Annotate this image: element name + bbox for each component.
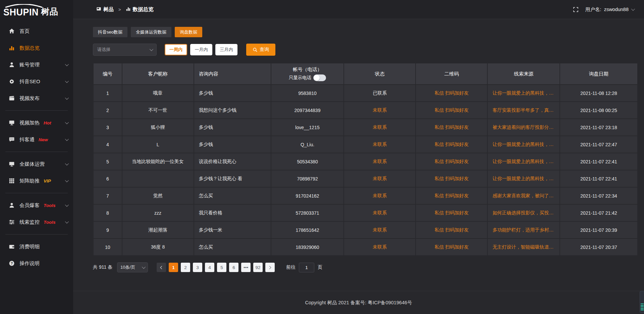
tab-douyin-seo-data[interactable]: 抖音seo数据 bbox=[93, 27, 127, 37]
goto-page-input[interactable] bbox=[299, 263, 314, 272]
more-pages-button[interactable]: ••• bbox=[241, 263, 251, 272]
page-button-6[interactable]: 6 bbox=[229, 263, 238, 272]
cell-qr[interactable]: 私信 扫码加好友 bbox=[416, 153, 487, 170]
page-button-92[interactable]: 92 bbox=[253, 263, 263, 272]
cell-nickname: 36度 8 bbox=[122, 239, 194, 255]
page-button-5[interactable]: 5 bbox=[217, 263, 226, 272]
sidebar-item-home[interactable]: 首页 bbox=[0, 23, 73, 40]
cell-account: 2097344839 bbox=[271, 102, 343, 118]
sidebar-item-consume-detail[interactable]: 消费明细 bbox=[0, 238, 73, 255]
chevron-down-icon bbox=[65, 120, 69, 124]
cell-date: 2021-11-07 22:34 bbox=[560, 188, 637, 204]
inquiry-table: 编号客户昵称咨询内容帐号（电话）只显示电话状态二维码线索来源询盘日期 1哦章多少… bbox=[93, 63, 638, 256]
cell-qr[interactable]: 私信 扫码加好友 bbox=[416, 239, 487, 255]
chevron-down-icon bbox=[65, 96, 69, 100]
cell-status: 未联系 bbox=[344, 136, 415, 153]
cell-nickname: zzz bbox=[122, 205, 194, 221]
phone-only-toggle[interactable] bbox=[313, 74, 326, 81]
cell-qr[interactable]: 私信 扫码加好友 bbox=[416, 85, 487, 101]
table-row: 9潮起潮落多少钱一米178651642未联系私信 扫码加好友多功能护栏灯，适用于… bbox=[94, 222, 637, 238]
user-menu[interactable]: 用户名: zswodun88 bbox=[585, 6, 634, 13]
sidebar-item-data-overview[interactable]: 数据总览 bbox=[0, 40, 73, 56]
cell-account: 50534380 bbox=[271, 153, 343, 170]
cell-source[interactable]: 感谢大家喜欢我家，被问了好... bbox=[488, 188, 559, 204]
cell-content: 怎么买 bbox=[194, 239, 271, 255]
sidebar-item-label: 账号管理 bbox=[19, 62, 40, 68]
chevron-down-icon bbox=[142, 265, 146, 269]
logo: SHUPIN 树品 bbox=[0, 0, 73, 19]
sidebar-item-account-manage[interactable]: 账号管理 bbox=[0, 56, 73, 73]
breadcrumb-item[interactable]: 数据总览 bbox=[126, 6, 154, 13]
page-size-select[interactable]: 10条/页 bbox=[117, 262, 148, 272]
table-row: 8zzz我只看价格572803371未联系私信 扫码加好友如何正确选择投影仪，买… bbox=[94, 205, 637, 221]
gear-icon bbox=[9, 78, 15, 85]
filter-select-placeholder: 请选择 bbox=[97, 47, 110, 53]
tab-inquiry-data[interactable]: 询盘数据 bbox=[175, 27, 202, 37]
cell-source[interactable]: 让你一眼就爱上的黑科技，能... bbox=[488, 170, 559, 187]
filter-select[interactable]: 请选择 bbox=[93, 44, 157, 56]
page-button-1[interactable]: 1 bbox=[169, 263, 178, 272]
sidebar-item-member-baoke[interactable]: 会员爆客Tools bbox=[0, 197, 73, 214]
cell-account: 572803371 bbox=[271, 205, 343, 221]
sidebar-item-media-operation[interactable]: 全媒体运营 bbox=[0, 156, 73, 172]
sidebar-item-douyin-seo[interactable]: 抖音SEO bbox=[0, 73, 73, 90]
sidebar-item-badge: New bbox=[39, 137, 48, 142]
sidebar-item-video-publish[interactable]: 视频发布 bbox=[0, 90, 73, 107]
chevron-down-icon bbox=[65, 178, 69, 182]
cell-date: 2021-11-07 21:42 bbox=[560, 205, 637, 221]
breadcrumb: 树品>数据总览 bbox=[96, 6, 154, 13]
cell-qr[interactable]: 私信 扫码加好友 bbox=[416, 205, 487, 221]
period-button-2[interactable]: 三月内 bbox=[215, 44, 237, 55]
cell-qr[interactable]: 私信 扫码加好友 bbox=[416, 188, 487, 204]
page-button-4[interactable]: 4 bbox=[205, 263, 214, 272]
cell-nickname: L bbox=[122, 136, 194, 153]
sidebar-item-label: 会员爆客 bbox=[19, 202, 40, 209]
fullscreen-icon[interactable] bbox=[573, 7, 579, 12]
period-button-1[interactable]: 一月内 bbox=[190, 44, 212, 55]
next-page-button[interactable] bbox=[265, 263, 275, 272]
sliders-icon bbox=[9, 219, 15, 225]
prev-page-button[interactable] bbox=[157, 263, 166, 272]
page-button-3[interactable]: 3 bbox=[193, 263, 202, 272]
cell-source[interactable]: 如何正确选择投影仪，买投影... bbox=[488, 205, 559, 221]
breadcrumb-item[interactable]: 树品 bbox=[96, 6, 114, 13]
toggle-knob bbox=[314, 75, 320, 81]
cell-status: 未联系 bbox=[344, 119, 415, 136]
sidebar-item-operation-guide[interactable]: ?操作说明 bbox=[0, 255, 73, 272]
cell-source[interactable]: 被大家追着问的客厅投影分享... bbox=[488, 119, 559, 136]
cell-source[interactable]: 无主灯设计，智能磁吸轨道灯... bbox=[488, 239, 559, 255]
cell-source[interactable]: 让你一眼就爱上的黑科技，能... bbox=[488, 136, 559, 153]
sidebar-item-clue-monitor[interactable]: 线索监控Tools bbox=[0, 214, 73, 230]
cell-content: 多少钱 bbox=[194, 119, 271, 136]
cell-qr[interactable]: 私信 扫码加好友 bbox=[416, 102, 487, 118]
cell-source[interactable]: 多功能护栏灯，适用于乡村文... bbox=[488, 222, 559, 238]
cell-date: 2021-11-07 23:18 bbox=[560, 119, 637, 136]
sidebar-item-douketong[interactable]: 抖客通New bbox=[0, 131, 73, 148]
cell-id: 6 bbox=[94, 170, 122, 187]
svg-text:?: ? bbox=[11, 261, 13, 265]
cell-content: 多少钱？让我死心 看 bbox=[194, 170, 271, 187]
sidebar-item-label: 抖音SEO bbox=[19, 78, 40, 85]
grid-icon bbox=[9, 178, 15, 184]
sidebar-item-badge: VIP bbox=[44, 178, 51, 184]
cell-qr[interactable]: 私信 扫码加好友 bbox=[416, 136, 487, 153]
tab-media-operation-data[interactable]: 全媒体运营数据 bbox=[131, 27, 171, 37]
search-button[interactable]: 查询 bbox=[246, 44, 275, 56]
search-icon bbox=[253, 47, 258, 52]
total-count: 共 911 条 bbox=[93, 264, 112, 270]
sidebar-item-video-heat[interactable]: 视频加热Hot bbox=[0, 114, 73, 131]
table-row: 7觉然怎么买917024162未联系私信 扫码加好友感谢大家喜欢我家，被问了好.… bbox=[94, 188, 637, 204]
cell-qr[interactable]: 私信 扫码加好友 bbox=[416, 119, 487, 136]
chat-widget[interactable] bbox=[640, 291, 644, 313]
cell-qr[interactable]: 私信 扫码加好友 bbox=[416, 170, 487, 187]
username-value: zswodun88 bbox=[604, 7, 629, 12]
cell-source[interactable]: 让你一眼就爱上的黑科技，能... bbox=[488, 153, 559, 170]
chevron-down-icon bbox=[65, 220, 69, 223]
sidebar-item-matrix-boost[interactable]: 矩阵助推VIP bbox=[0, 172, 73, 189]
cell-qr[interactable]: 私信 扫码加好友 bbox=[416, 222, 487, 238]
cell-source[interactable]: 客厅安装投影半年多了，真实... bbox=[488, 102, 559, 118]
page-button-2[interactable]: 2 bbox=[181, 263, 190, 272]
cell-content: 多少钱 bbox=[194, 136, 271, 153]
period-button-0[interactable]: 一周内 bbox=[165, 44, 187, 55]
cell-source[interactable]: 让你一眼就爱上的黑科技，能... bbox=[488, 85, 559, 101]
